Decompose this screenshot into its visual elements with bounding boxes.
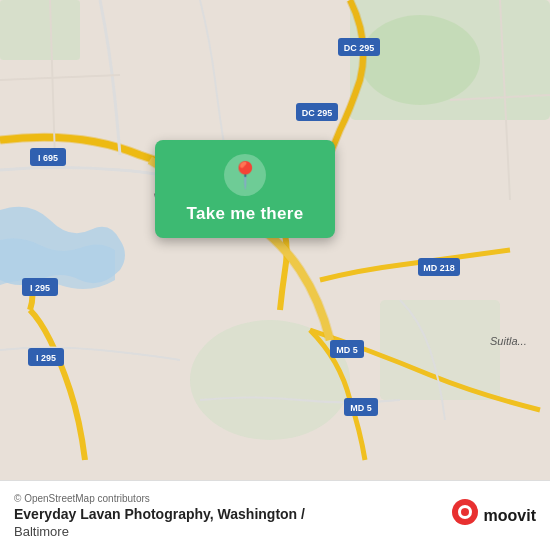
svg-text:MD 5: MD 5 xyxy=(336,345,358,355)
moovit-logo: moovit xyxy=(450,498,536,534)
moovit-brand-text: moovit xyxy=(484,507,536,525)
svg-point-2 xyxy=(360,15,480,105)
map-area: I 695 DC 295 DC 295 I 295 I 295 MD 218 M… xyxy=(0,0,550,480)
svg-text:I 295: I 295 xyxy=(36,353,56,363)
svg-text:Suitla...: Suitla... xyxy=(490,335,527,347)
bottom-bar: © OpenStreetMap contributors Everyday La… xyxy=(0,480,550,550)
place-location: Baltimore xyxy=(14,524,305,539)
button-label: Take me there xyxy=(187,204,304,224)
svg-text:DC 295: DC 295 xyxy=(302,108,333,118)
location-icon-circle: 📍 xyxy=(224,154,266,196)
take-me-there-button[interactable]: 📍 Take me there xyxy=(155,140,335,238)
take-me-there-overlay: 📍 Take me there xyxy=(155,140,335,238)
svg-point-26 xyxy=(461,508,469,516)
svg-text:I 695: I 695 xyxy=(38,153,58,163)
svg-text:MD 5: MD 5 xyxy=(350,403,372,413)
svg-rect-3 xyxy=(0,0,80,60)
svg-text:DC 295: DC 295 xyxy=(344,43,375,53)
place-info: © OpenStreetMap contributors Everyday La… xyxy=(14,493,305,539)
copyright-text: © OpenStreetMap contributors xyxy=(14,493,305,504)
moovit-pin-icon xyxy=(450,498,480,534)
svg-text:I 295: I 295 xyxy=(30,283,50,293)
place-name: Everyday Lavan Photography, Washington / xyxy=(14,506,305,522)
svg-text:MD 218: MD 218 xyxy=(423,263,455,273)
location-pin-icon: 📍 xyxy=(229,162,261,188)
